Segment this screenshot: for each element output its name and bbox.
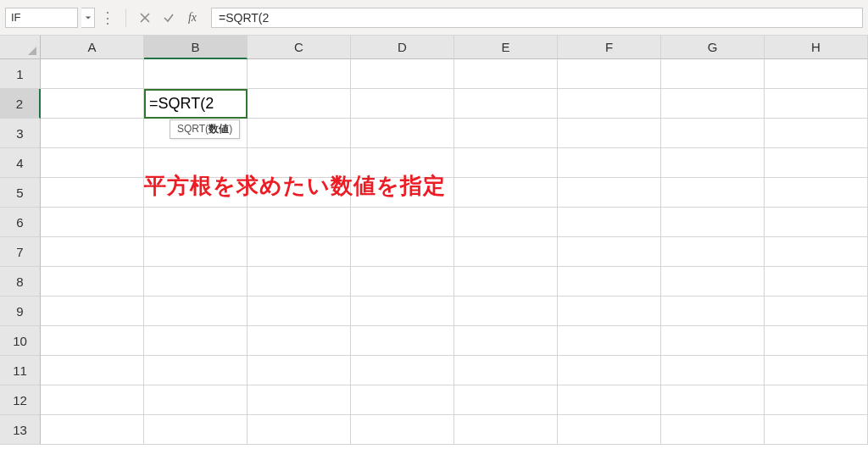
cell[interactable] (454, 356, 558, 385)
column-header[interactable]: A (41, 36, 144, 59)
cell[interactable] (661, 237, 765, 267)
row-header[interactable]: 2 (0, 89, 41, 119)
cell[interactable] (765, 356, 868, 385)
cell[interactable] (558, 326, 661, 356)
cell[interactable] (144, 267, 248, 297)
cell[interactable] (248, 89, 351, 119)
cell[interactable] (41, 178, 144, 208)
cell[interactable] (144, 356, 248, 385)
cell[interactable] (248, 356, 351, 385)
cell[interactable] (765, 385, 868, 415)
cell[interactable] (351, 267, 454, 297)
cell[interactable] (765, 178, 868, 208)
cell[interactable] (765, 415, 868, 445)
cell[interactable] (41, 415, 144, 445)
column-header[interactable]: D (351, 36, 454, 59)
cell[interactable] (454, 385, 558, 415)
row-header[interactable]: 5 (0, 178, 41, 208)
cell[interactable] (454, 148, 558, 178)
cell[interactable] (765, 208, 868, 237)
cell[interactable] (144, 415, 248, 445)
row-header[interactable]: 7 (0, 237, 41, 267)
cell[interactable] (661, 148, 765, 178)
cell[interactable] (248, 297, 351, 326)
cell[interactable] (558, 237, 661, 267)
cell[interactable] (661, 267, 765, 297)
row-header[interactable]: 9 (0, 297, 41, 326)
cell[interactable] (351, 89, 454, 119)
cell[interactable] (41, 208, 144, 237)
cell[interactable] (248, 59, 351, 89)
cell[interactable] (41, 326, 144, 356)
cell[interactable] (661, 59, 765, 89)
cell[interactable] (41, 385, 144, 415)
cell[interactable] (558, 356, 661, 385)
cell[interactable] (351, 119, 454, 148)
cell[interactable] (661, 178, 765, 208)
column-header[interactable]: E (454, 36, 558, 59)
name-box[interactable]: IF (5, 8, 78, 28)
cell[interactable] (765, 326, 868, 356)
row-header[interactable]: 12 (0, 385, 41, 415)
cell[interactable] (351, 237, 454, 267)
cell[interactable] (558, 297, 661, 326)
cell[interactable] (454, 178, 558, 208)
cell[interactable] (144, 326, 248, 356)
cell[interactable] (661, 89, 765, 119)
column-header[interactable]: H (765, 36, 868, 59)
cell[interactable] (558, 178, 661, 208)
cell[interactable] (765, 237, 868, 267)
cell[interactable] (41, 148, 144, 178)
cell[interactable] (454, 415, 558, 445)
cell[interactable] (248, 119, 351, 148)
cell[interactable] (558, 208, 661, 237)
cell[interactable] (351, 59, 454, 89)
column-header[interactable]: G (661, 36, 765, 59)
cell[interactable] (144, 297, 248, 326)
cell[interactable] (765, 148, 868, 178)
cell[interactable] (351, 297, 454, 326)
cell[interactable] (144, 237, 248, 267)
row-header[interactable]: 11 (0, 356, 41, 385)
cell[interactable] (41, 297, 144, 326)
cell[interactable] (661, 415, 765, 445)
cell[interactable] (41, 267, 144, 297)
select-all-corner[interactable] (0, 36, 41, 59)
cell[interactable] (661, 208, 765, 237)
cell[interactable] (558, 148, 661, 178)
cell[interactable] (41, 119, 144, 148)
cell[interactable] (661, 356, 765, 385)
cell[interactable] (144, 208, 248, 237)
formula-bar-options-icon[interactable]: ⋮ (98, 8, 117, 27)
cell[interactable] (558, 59, 661, 89)
row-header[interactable]: 4 (0, 148, 41, 178)
cell[interactable] (454, 237, 558, 267)
cell[interactable] (351, 208, 454, 237)
cell[interactable] (454, 119, 558, 148)
column-header[interactable]: B (144, 36, 248, 59)
cell[interactable] (41, 356, 144, 385)
cell[interactable] (661, 385, 765, 415)
cell[interactable] (144, 59, 248, 89)
cell[interactable] (144, 385, 248, 415)
cell[interactable] (248, 237, 351, 267)
cell[interactable] (248, 267, 351, 297)
cell[interactable] (661, 297, 765, 326)
cell[interactable] (41, 89, 144, 119)
column-header[interactable]: C (248, 36, 351, 59)
row-header[interactable]: 8 (0, 267, 41, 297)
cell[interactable] (454, 267, 558, 297)
row-header[interactable]: 13 (0, 415, 41, 445)
name-box-dropdown[interactable] (81, 8, 95, 28)
cell[interactable] (558, 385, 661, 415)
cell[interactable] (454, 326, 558, 356)
insert-function-button[interactable]: fx (182, 8, 203, 28)
cell[interactable] (558, 267, 661, 297)
cell[interactable] (41, 237, 144, 267)
cell[interactable] (765, 119, 868, 148)
cell[interactable] (351, 385, 454, 415)
cell[interactable] (558, 89, 661, 119)
cancel-button[interactable] (135, 8, 155, 28)
cell[interactable] (661, 326, 765, 356)
row-header[interactable]: 3 (0, 119, 41, 148)
